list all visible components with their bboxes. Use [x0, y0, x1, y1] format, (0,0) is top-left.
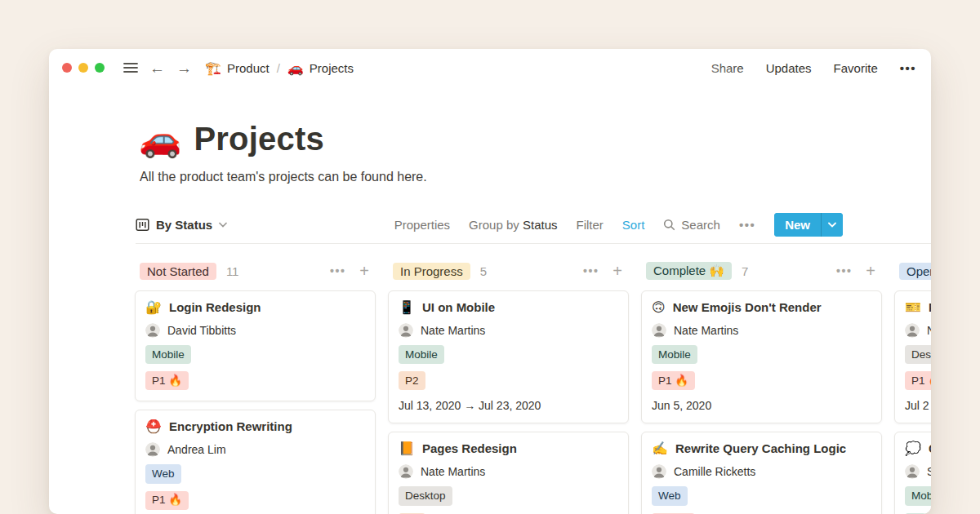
card-person-row: S — [905, 464, 931, 479]
share-button[interactable]: Share — [711, 61, 744, 75]
card-person-name: Andrea Lim — [167, 443, 226, 456]
column-more-icon[interactable]: ••• — [330, 264, 345, 277]
view-switcher[interactable]: By Status — [136, 218, 227, 232]
column-count: 11 — [226, 264, 239, 278]
minimize-window-icon[interactable] — [78, 63, 88, 73]
card-title-row: 🔐Login Redesign — [145, 300, 365, 314]
card-tag: Mobile — [652, 345, 697, 364]
page-title[interactable]: Projects — [194, 121, 323, 157]
card-person-name: S — [927, 465, 931, 478]
card-tag: P1 🔥 — [652, 371, 695, 390]
forward-arrow-icon[interactable]: → — [176, 60, 192, 76]
column-add-icon[interactable]: + — [359, 263, 369, 279]
card[interactable]: ⛑️Encryption RewritingAndrea LimWebP1 🔥 — [135, 410, 376, 514]
card-tag-row: Mobile — [145, 345, 365, 364]
app-window: ← → 🏗️ Product / 🚗 Projects Share Update… — [49, 49, 931, 514]
column-status-badge[interactable]: In Progress — [393, 263, 470, 280]
card-title-row: 💭C — [905, 441, 931, 455]
column-header-icons: •••+ — [330, 263, 369, 279]
column-header: Complete 🙌7•••+ — [641, 261, 882, 281]
favorite-button[interactable]: Favorite — [834, 61, 878, 75]
card-emoji-icon: 💭 — [905, 442, 921, 455]
column-add-icon[interactable]: + — [612, 263, 622, 279]
card-title: Login Redesign — [169, 300, 261, 314]
new-button-label[interactable]: New — [774, 213, 821, 237]
column-cards: 📱UI on MobileNate MartinsMobileP2Jul 13,… — [388, 290, 629, 514]
breadcrumb-item-product[interactable]: 🏗️ Product — [205, 60, 270, 76]
properties-button[interactable]: Properties — [394, 218, 450, 232]
board-column: In Progress5•••+📱UI on MobileNate Martin… — [388, 261, 629, 514]
card[interactable]: ✍️Rewrite Query Caching LogicCamille Ric… — [641, 432, 882, 514]
toolbar-controls: Properties Group by Status Filter Sort S… — [394, 213, 843, 237]
hamburger-menu-icon[interactable] — [123, 62, 138, 73]
new-dropdown-chevron-icon[interactable] — [821, 213, 843, 237]
card-title-row: 📙Pages Redesign — [399, 441, 618, 455]
back-arrow-icon[interactable]: ← — [149, 60, 165, 76]
column-add-icon[interactable]: + — [866, 263, 875, 279]
card-title: New Emojis Don't Render — [673, 300, 822, 314]
sort-button[interactable]: Sort — [622, 218, 645, 232]
page-icon-car[interactable]: 🚗 — [139, 122, 181, 157]
card-emoji-icon: 📙 — [399, 442, 415, 455]
card-title-row: 🙃New Emojis Don't Render — [652, 300, 871, 314]
group-by-prefix: Group by — [469, 218, 519, 232]
card-title: Rewrite Query Caching Logic — [675, 441, 846, 455]
card-emoji-icon: 🎫 — [905, 301, 921, 314]
card-date: Jun 5, 2020 — [652, 399, 871, 412]
column-more-icon[interactable]: ••• — [836, 264, 852, 277]
avatar — [145, 323, 160, 338]
close-window-icon[interactable] — [62, 63, 72, 73]
breadcrumb-item-projects[interactable]: 🚗 Projects — [287, 60, 354, 76]
card[interactable]: 🎫PNDesktopP1 🔥Jul 2 — [894, 290, 931, 423]
new-button[interactable]: New — [774, 213, 843, 237]
card-tag: Mobile — [399, 345, 444, 364]
group-by-button[interactable]: Group by Status — [469, 218, 557, 232]
column-header: Not Started11•••+ — [135, 261, 376, 281]
card[interactable]: 🔐Login RedesignDavid TibbittsMobileP1 🔥 — [135, 290, 376, 401]
card-tag-row: Mobile — [399, 345, 618, 364]
card-tag-row: P1 🔥 — [145, 371, 365, 390]
card-tag: Desktop — [399, 486, 452, 505]
column-status-badge[interactable]: Not Started — [140, 263, 216, 280]
toolbar-more-icon[interactable]: ••• — [739, 218, 755, 232]
breadcrumb-label: Projects — [310, 61, 354, 75]
more-options-icon[interactable]: ••• — [900, 61, 916, 75]
card-emoji-icon: ✍️ — [652, 442, 668, 455]
column-status-badge[interactable]: Open — [899, 263, 931, 280]
updates-button[interactable]: Updates — [766, 61, 812, 75]
zoom-window-icon[interactable] — [95, 63, 105, 73]
toolbar-divider — [136, 243, 931, 244]
card-tag: Web — [652, 486, 688, 505]
card-tag: P1 🔥 — [145, 491, 189, 510]
column-header-icons: •••+ — [836, 263, 875, 279]
avatar — [652, 464, 666, 479]
breadcrumb-label: Product — [227, 61, 270, 75]
card-emoji-icon: 🙃 — [652, 301, 666, 314]
card[interactable]: 📙Pages RedesignNate MartinsDesktopP2 — [388, 432, 629, 514]
page-header: 🚗 Projects — [139, 121, 843, 157]
card-title: C — [929, 441, 931, 455]
card-title: Encryption Rewriting — [169, 419, 292, 433]
card[interactable]: 📱UI on MobileNate MartinsMobileP2Jul 13,… — [388, 290, 629, 423]
card-title-row: ⛑️Encryption Rewriting — [145, 419, 365, 433]
page-subtitle[interactable]: All the product team's projects can be f… — [140, 170, 843, 184]
card-title: Pages Redesign — [422, 441, 517, 455]
window-topbar: ← → 🏗️ Product / 🚗 Projects Share Update… — [49, 49, 931, 86]
board-column: Not Started11•••+🔐Login RedesignDavid Ti… — [135, 261, 376, 514]
search-button[interactable]: Search — [663, 218, 720, 232]
column-more-icon[interactable]: ••• — [583, 264, 599, 277]
card-person-name: Nate Martins — [421, 324, 485, 337]
card-date: Jul 13, 2020 → Jul 23, 2020 — [399, 399, 618, 412]
card-title-row: 🎫P — [905, 300, 931, 314]
card-tag: P2 — [399, 371, 425, 390]
column-status-badge[interactable]: Complete 🙌 — [646, 262, 732, 280]
card[interactable]: 🙃New Emojis Don't RenderNate MartinsMobi… — [641, 290, 882, 423]
card-person-row: Nate Martins — [652, 323, 871, 338]
card-tag: P1 🔥 — [905, 371, 931, 390]
card[interactable]: 💭CSMobileP4 — [894, 432, 931, 514]
card-emoji-icon: 🔐 — [145, 301, 162, 314]
view-toolbar: By Status Properties Group by Status Fil… — [136, 213, 843, 237]
view-switcher-label: By Status — [156, 218, 212, 232]
avatar — [905, 323, 920, 338]
filter-button[interactable]: Filter — [577, 218, 604, 232]
